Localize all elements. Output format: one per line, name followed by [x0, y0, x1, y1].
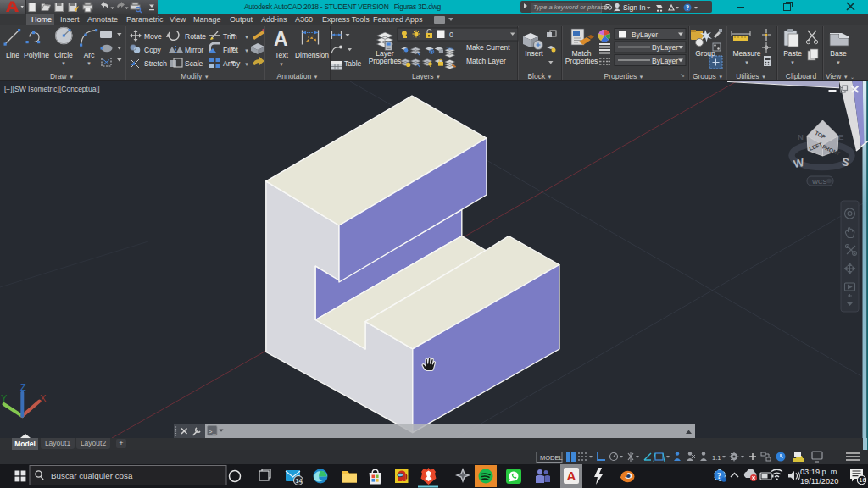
svg-text:?: ?: [686, 4, 689, 12]
svg-text:A: A: [567, 469, 576, 483]
svg-text:Sign In: Sign In: [623, 3, 646, 12]
svg-text:Buscar cualquier cosa: Buscar cualquier cosa: [51, 471, 133, 480]
svg-text:14: 14: [296, 478, 303, 484]
svg-text:E: E: [838, 132, 843, 141]
svg-text:ByLayer: ByLayer: [632, 30, 658, 39]
svg-text:ByLayer: ByLayer: [652, 57, 678, 65]
svg-text:Z: Z: [20, 382, 26, 392]
svg-text:?: ?: [717, 471, 721, 480]
svg-text:>_: >_: [209, 429, 217, 435]
svg-text:X: X: [40, 393, 47, 403]
svg-text:Y: Y: [1, 393, 8, 403]
svg-text:03:19 p. m.: 03:19 p. m.: [800, 468, 839, 476]
svg-text:0: 0: [449, 30, 453, 39]
svg-text:16: 16: [859, 476, 865, 484]
svg-text:19/11/2020: 19/11/2020: [800, 477, 838, 485]
svg-text:ByLayer: ByLayer: [652, 43, 678, 52]
svg-text:[−][SW Isometric][Conceptual]: [−][SW Isometric][Conceptual]: [4, 85, 100, 93]
svg-text:WCS: WCS: [812, 178, 827, 186]
svg-text:MODEL: MODEL: [540, 454, 563, 462]
svg-text:1:1: 1:1: [712, 454, 721, 462]
svg-text:N: N: [798, 132, 804, 141]
